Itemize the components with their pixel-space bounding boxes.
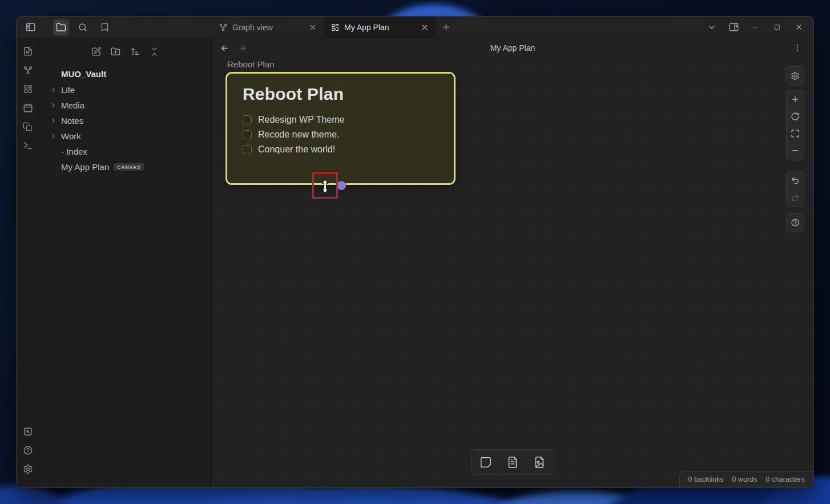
- new-folder-icon: [111, 47, 120, 57]
- tab-my-app-plan[interactable]: My App Plan: [324, 17, 436, 38]
- word-count[interactable]: 0 words: [732, 475, 757, 483]
- new-canvas-button[interactable]: [21, 82, 35, 96]
- todo-checkbox[interactable]: [243, 115, 252, 124]
- redo-button[interactable]: [787, 189, 803, 206]
- git-fork-icon: [219, 23, 228, 32]
- folder-label: Notes: [61, 116, 83, 126]
- more-options-button[interactable]: [789, 40, 805, 56]
- help-button[interactable]: [21, 443, 35, 458]
- navigate-back-button[interactable]: [220, 43, 229, 53]
- navigate-forward-button[interactable]: [237, 43, 247, 53]
- close-tab-button[interactable]: [421, 23, 429, 31]
- canvas-card-reboot-plan[interactable]: Reboot Plan Redesign WP Theme Recode new…: [225, 72, 456, 185]
- file-explorer: MUO_Vault Life Media Notes: [39, 38, 212, 487]
- tab-graph-view[interactable]: Graph view: [212, 17, 324, 38]
- graph-view-button[interactable]: [21, 63, 35, 78]
- insert-template-button[interactable]: [21, 119, 35, 134]
- bookmarks-view-button[interactable]: [96, 19, 112, 35]
- view-header: My App Plan: [212, 38, 813, 58]
- collapse-all-button[interactable]: [147, 45, 162, 59]
- maximize-button[interactable]: [768, 19, 786, 35]
- todo-row: Conquer the world!: [243, 142, 438, 157]
- daily-note-button[interactable]: [21, 100, 35, 115]
- new-folder-button[interactable]: [108, 45, 123, 59]
- toggle-right-sidebar-button[interactable]: [724, 19, 743, 35]
- canvas-zoom-group: [786, 90, 804, 160]
- canvas-node-label: Reboot Plan: [227, 59, 275, 69]
- character-count[interactable]: 0 characters: [765, 475, 805, 483]
- ribbon: [17, 38, 39, 487]
- folder-icon: [56, 22, 66, 33]
- close-window-button[interactable]: [789, 19, 808, 35]
- quick-switcher-button[interactable]: [21, 44, 35, 59]
- sort-icon: [130, 47, 140, 57]
- folder-item-notes[interactable]: Notes: [47, 113, 203, 128]
- file-item-my-app-plan[interactable]: My App Plan CANVAS: [47, 159, 203, 175]
- new-tab-button[interactable]: [436, 17, 456, 38]
- add-media-from-vault-button[interactable]: [527, 451, 552, 473]
- file-image-icon: [533, 456, 546, 469]
- file-explorer-actions: [39, 38, 211, 64]
- settings-button[interactable]: [21, 462, 35, 477]
- plus-icon: [441, 22, 451, 32]
- new-note-icon: [91, 47, 101, 57]
- minus-icon: [791, 146, 800, 155]
- more-vertical-icon: [793, 43, 802, 53]
- plus-icon: [791, 95, 800, 104]
- zoom-to-fit-button[interactable]: [787, 125, 803, 142]
- close-icon: [421, 23, 429, 31]
- tab-label: Graph view: [232, 23, 273, 32]
- sort-order-button[interactable]: [128, 45, 142, 59]
- calendar-icon: [23, 103, 33, 113]
- undo-button[interactable]: [787, 172, 803, 189]
- add-note-from-vault-button[interactable]: [500, 451, 525, 473]
- todo-checkbox[interactable]: [243, 145, 252, 154]
- add-card-button[interactable]: [473, 451, 498, 473]
- close-icon: [795, 23, 803, 31]
- todo-row: Redesign WP Theme: [243, 112, 438, 127]
- help-icon: [23, 445, 33, 455]
- canvas-settings-button[interactable]: [787, 67, 803, 84]
- chevron-right-icon: [50, 132, 57, 140]
- reset-zoom-icon: [791, 112, 800, 121]
- arrow-right-icon: [237, 43, 247, 53]
- search-view-button[interactable]: [75, 19, 91, 35]
- desktop: Graph view My App Plan: [0, 0, 830, 504]
- zoom-fit-icon: [791, 129, 800, 138]
- vault-name[interactable]: MUO_Vault: [47, 67, 203, 82]
- folder-item-work[interactable]: Work: [47, 128, 203, 144]
- file-label: My App Plan: [61, 162, 109, 172]
- vault-switcher-button[interactable]: [21, 424, 35, 439]
- file-text-icon: [506, 456, 519, 469]
- zoom-out-button[interactable]: [787, 142, 803, 159]
- git-fork-icon: [23, 65, 33, 75]
- new-note-button[interactable]: [89, 45, 103, 59]
- reset-zoom-button[interactable]: [787, 108, 803, 125]
- folder-label: Work: [61, 131, 81, 141]
- chevron-down-icon: [707, 23, 716, 32]
- canvas-icon: [331, 23, 340, 32]
- folder-item-life[interactable]: Life: [47, 82, 203, 98]
- minimize-icon: [751, 23, 760, 31]
- canvas-surface[interactable]: Reboot Plan Reboot Plan Redesign WP Them…: [212, 58, 813, 487]
- zoom-in-button[interactable]: [787, 91, 803, 108]
- files-view-button[interactable]: [53, 19, 69, 35]
- titlebar: Graph view My App Plan: [17, 17, 813, 38]
- close-icon: [309, 23, 317, 31]
- backlinks-count[interactable]: 0 backlinks: [688, 475, 724, 483]
- close-tab-button[interactable]: [309, 23, 317, 31]
- todo-label: Recode new theme.: [258, 130, 339, 140]
- toggle-left-sidebar-button[interactable]: [22, 19, 38, 35]
- folder-item-media[interactable]: Media: [47, 98, 203, 113]
- canvas-help-group: [786, 213, 804, 232]
- command-palette-button[interactable]: [21, 138, 35, 153]
- canvas-help-button[interactable]: [787, 214, 803, 231]
- tab-bar: Graph view My App Plan: [212, 17, 703, 38]
- todo-checkbox[interactable]: [243, 130, 252, 139]
- edge-connection-handle[interactable]: [337, 181, 346, 190]
- minimize-button[interactable]: [746, 19, 764, 35]
- tab-list-dropdown-button[interactable]: [703, 19, 721, 35]
- history-nav: [220, 43, 247, 53]
- resize-vertical-cursor: [319, 179, 332, 194]
- file-item-index[interactable]: - Index: [47, 144, 203, 159]
